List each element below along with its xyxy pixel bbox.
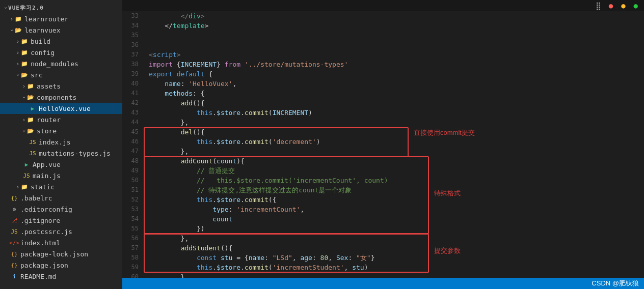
sidebar-item-store[interactable]: › 📂 store	[0, 125, 122, 136]
sidebar-label: README.md	[20, 273, 56, 280]
sidebar-item-components[interactable]: › 📂 components	[0, 92, 122, 103]
sidebar-label: static	[31, 183, 55, 191]
code-line-59: this.$store.commit('incrementStudent', s…	[149, 263, 644, 272]
json-file-icon: {}	[10, 261, 18, 269]
line-numbers: 33 34 35 36 37 38 39 40 41 42 43 44 45 4…	[122, 11, 144, 278]
sidebar-item-app-vue[interactable]: ▶ App.vue	[0, 159, 122, 170]
folder-arrow-icon: ›	[16, 184, 19, 190]
code-line-44: },	[149, 118, 644, 127]
md-file-icon: ℹ	[10, 272, 18, 280]
sidebar-item-src[interactable]: › 📂 src	[0, 69, 122, 80]
close-btn1[interactable]: ●	[607, 0, 615, 11]
sidebar-item-learnvuex[interactable]: › 📂 learnvuex	[0, 24, 122, 36]
split-btn[interactable]: ⣿	[594, 0, 603, 11]
json-file-icon: {}	[10, 250, 18, 258]
code-line-35	[149, 31, 644, 40]
line-num: 34	[122, 21, 139, 31]
code-line-46: this.$store.commit('decrement')	[149, 137, 644, 147]
line-num: 43	[122, 108, 139, 118]
editor-top-bar: ⣿ ● ● ●	[122, 0, 644, 11]
watermark-label: CSDN @肥钛狼	[592, 279, 639, 288]
sidebar-item-gitignore[interactable]: ⎇ .gitignore	[0, 215, 122, 226]
sidebar-label: .gitignore	[20, 217, 60, 224]
line-num: 33	[122, 11, 139, 21]
line-num: 49	[122, 166, 139, 176]
line-num: 57	[122, 243, 139, 253]
code-line-50: // this.$store.commit('incrementCount', …	[149, 176, 644, 185]
code-content[interactable]: </div> </template> <script> import {INCR…	[144, 11, 644, 278]
sidebar-item-router[interactable]: › 📁 router	[0, 114, 122, 125]
sidebar-item-package-lock[interactable]: {} package-lock.json	[0, 248, 122, 259]
sidebar-label: package.json	[20, 262, 68, 269]
sidebar-label: config	[31, 49, 55, 56]
code-line-58: const stu = {name: "LSd", age: 80, Sex: …	[149, 253, 644, 263]
code-line-57: addStudent(){	[149, 243, 644, 253]
folder-icon: 📁	[20, 48, 29, 56]
code-line-45: del(){	[149, 127, 644, 137]
folder-icon: 📁	[20, 183, 29, 191]
code-line-51: // 特殊提交,注意这样提交过去的count是一个对象	[149, 185, 644, 195]
sidebar-item-mutations-types[interactable]: JS mutations-types.js	[0, 148, 122, 159]
code-line-53: type: 'incrementCount',	[149, 205, 644, 214]
sidebar-item-static[interactable]: › 📁 static	[0, 181, 122, 192]
sidebar-item-node-modules[interactable]: › 📁 node_modules	[0, 58, 122, 69]
line-num: 58	[122, 253, 139, 263]
sidebar-item-readme[interactable]: ℹ README.md	[0, 271, 122, 282]
code-line-38: import {INCREMENT} from '../store/mutati…	[149, 60, 644, 69]
code-editor: 33 34 35 36 37 38 39 40 41 42 43 44 45 4…	[122, 11, 644, 278]
sidebar-title[interactable]: › VUE学习2.0	[0, 2, 122, 13]
html-file-icon: </>	[10, 239, 18, 247]
line-num: 60	[122, 272, 139, 278]
code-line-55: })	[149, 224, 644, 234]
sidebar-item-main-js[interactable]: JS main.js	[0, 170, 122, 181]
sidebar-item-build[interactable]: › 📁 build	[0, 36, 122, 47]
line-num: 44	[122, 118, 139, 127]
code-line-49: // 普通提交	[149, 166, 644, 176]
js-file-icon: JS	[29, 149, 37, 157]
sidebar-item-postcssrc[interactable]: JS .postcssrc.js	[0, 226, 122, 237]
code-line-33: </div>	[149, 11, 644, 21]
folder-open-icon: 📂	[14, 26, 22, 34]
sidebar-item-config[interactable]: › 📁 config	[0, 47, 122, 58]
line-num: 47	[122, 147, 139, 156]
code-line-34: </template>	[149, 21, 644, 31]
line-num: 42	[122, 98, 139, 108]
folder-icon: 📁	[20, 60, 29, 68]
folder-arrow-icon: ›	[9, 28, 15, 32]
sidebar-item-index-html[interactable]: </> index.html	[0, 237, 122, 248]
sidebar-item-assets[interactable]: › 📁 assets	[0, 80, 122, 92]
folder-open-icon: 📂	[26, 93, 35, 101]
code-line-48: addCount(count){	[149, 156, 644, 166]
sidebar-item-package-json[interactable]: {} package.json	[0, 259, 122, 271]
line-num: 55	[122, 224, 139, 234]
sidebar-item-babelrc[interactable]: {} .babelrc	[0, 192, 122, 204]
sidebar-label: mutations-types.js	[39, 150, 111, 157]
line-num: 50	[122, 176, 139, 185]
folder-arrow-icon: ›	[16, 50, 19, 55]
code-line-36	[149, 40, 644, 50]
sidebar-label: learnrouter	[24, 15, 68, 23]
babel-file-icon: {}	[10, 194, 18, 202]
sidebar-title-label: VUE学习2.0	[8, 4, 44, 12]
code-line-42: add(){	[149, 98, 644, 108]
line-num: 51	[122, 185, 139, 195]
folder-icon: 📁	[20, 37, 29, 45]
line-num: 39	[122, 69, 139, 79]
git-file-icon: ⎇	[10, 216, 18, 224]
line-num: 41	[122, 89, 139, 98]
arrow-icon: ›	[3, 6, 9, 9]
code-line-56: },	[149, 234, 644, 243]
js-file-icon: JS	[10, 227, 18, 236]
folder-icon: 📁	[26, 115, 35, 124]
sidebar-item-editorconfig[interactable]: ⚙ .editorconfig	[0, 204, 122, 215]
close-btn3[interactable]: ●	[632, 0, 640, 11]
close-btn2[interactable]: ●	[619, 0, 627, 11]
sidebar-label: App.vue	[33, 161, 61, 168]
line-num: 52	[122, 195, 139, 205]
folder-icon: 📁	[26, 82, 35, 90]
code-line-40: name: 'HelloVuex',	[149, 79, 644, 89]
vue-file-icon: ▶	[29, 104, 37, 112]
sidebar-item-index-js[interactable]: JS index.js	[0, 136, 122, 148]
sidebar-item-hellovuex[interactable]: ▶ HelloVuex.vue	[0, 103, 122, 114]
sidebar-item-learnrouter[interactable]: › 📁 learnrouter	[0, 13, 122, 24]
